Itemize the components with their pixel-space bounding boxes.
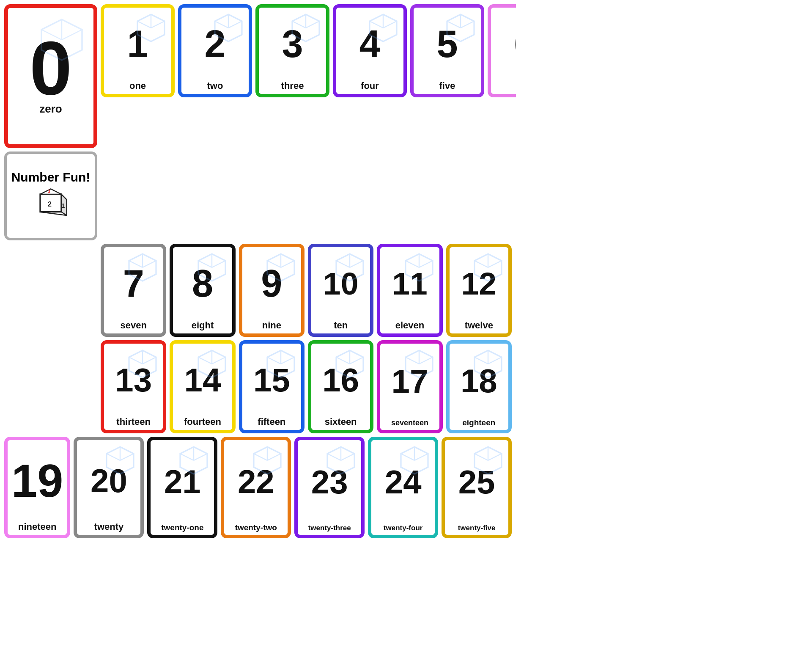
left-column: 0 zero Number Fun! 3 2 (4, 4, 97, 240)
svg-line-22 (292, 21, 306, 28)
svg-line-77 (419, 357, 433, 364)
word-display-24: twenty-four (384, 524, 423, 535)
number-display-6: 6 (514, 8, 516, 80)
card-10: 10 ten (308, 244, 373, 337)
word-display-14: fourteen (184, 416, 221, 430)
cube-watermark-14 (195, 347, 229, 381)
card-8: 8 eight (170, 244, 235, 337)
svg-text:3: 3 (48, 188, 51, 193)
card-14: 14 fourteen (170, 340, 235, 433)
word-display-1: one (129, 80, 146, 94)
svg-line-57 (488, 261, 502, 267)
svg-line-78 (406, 357, 419, 364)
svg-line-25 (383, 21, 397, 28)
card-24: 24 twenty-four (368, 437, 438, 538)
svg-line-65 (212, 357, 225, 364)
row-3: 13 thirteen 14 fourteen 15 fifteen 16 si… (4, 340, 512, 433)
word-display-3: three (281, 80, 304, 94)
svg-marker-5 (40, 189, 61, 194)
word-display-11: eleven (395, 320, 425, 333)
row-4: 19 nineteen 20 twenty 21 twenty-one 22 t… (4, 437, 512, 538)
word-display-22: twenty-two (235, 523, 277, 535)
svg-line-13 (151, 21, 165, 28)
svg-line-29 (461, 21, 474, 28)
svg-line-90 (180, 454, 194, 460)
card-22: 22 twenty-two (221, 437, 291, 538)
svg-line-37 (143, 261, 156, 267)
svg-line-74 (336, 357, 350, 364)
cube-watermark-16 (333, 347, 367, 381)
cube-watermark-21 (177, 443, 211, 477)
number-fun-title: Number Fun! (11, 170, 91, 184)
cube-watermark-11 (402, 251, 436, 284)
word-display-25: twenty-five (458, 524, 496, 535)
word-display-12: twelve (465, 320, 493, 333)
word-display-7: seven (120, 320, 146, 333)
svg-text:1: 1 (61, 201, 65, 209)
cube-watermark-1 (134, 11, 168, 45)
svg-line-3 (41, 30, 62, 40)
cube-watermark-3 (289, 11, 323, 45)
card-1: 1 one (101, 4, 175, 97)
card-4: 4 four (333, 4, 407, 97)
word-display-17: seventeen (391, 419, 428, 430)
word-display-5: five (439, 80, 455, 94)
word-display-13: thirteen (116, 416, 151, 430)
cube-watermark-12 (471, 251, 505, 284)
svg-line-62 (129, 357, 143, 364)
svg-line-69 (281, 357, 294, 364)
svg-line-49 (350, 261, 363, 267)
number-fun-card: Number Fun! 3 2 1 (4, 151, 97, 240)
svg-line-93 (267, 454, 281, 460)
svg-line-46 (267, 261, 281, 267)
svg-line-85 (120, 454, 134, 460)
word-display-18: eighteen (462, 418, 495, 430)
svg-line-97 (341, 454, 354, 460)
svg-line-18 (215, 21, 228, 28)
cube-watermark-0 (36, 14, 87, 65)
svg-line-21 (306, 21, 319, 28)
card-12: 12 twelve (446, 244, 512, 337)
card-2: 2 two (178, 4, 252, 97)
main-grid: 0 zero Number Fun! 3 2 (4, 4, 512, 538)
cube-watermark-24 (398, 443, 431, 477)
card-21: 21 twenty-one (147, 437, 217, 538)
svg-line-45 (281, 261, 294, 267)
word-display-0: zero (39, 102, 62, 119)
card-18: 18 eighteen (446, 340, 512, 433)
svg-line-50 (336, 261, 350, 267)
word-display-21: twenty-one (161, 523, 203, 535)
svg-line-30 (447, 21, 461, 28)
card-16: 16 sixteen (308, 340, 373, 433)
card-6: 6 six (488, 4, 516, 97)
number-display-19: 19 (11, 440, 63, 521)
svg-line-66 (198, 357, 212, 364)
card-0: 0 zero (4, 4, 97, 148)
card-13: 13 thirteen (101, 340, 166, 433)
fun-cube-icon: 3 2 1 (30, 186, 72, 224)
svg-line-105 (488, 454, 502, 460)
cube-watermark-20 (103, 443, 137, 477)
word-display-9: nine (262, 320, 281, 333)
card-23: 23 twenty-three (294, 437, 365, 538)
card-25: 25 twenty-five (442, 437, 512, 538)
word-display-4: four (361, 80, 379, 94)
card-20: 20 twenty (74, 437, 144, 538)
word-display-19: nineteen (18, 521, 56, 535)
cube-watermark-10 (333, 251, 367, 284)
word-display-8: eight (192, 320, 214, 333)
row-2: 7 seven 8 eight 9 nine 10 ten 11 eleven (4, 244, 512, 337)
cube-watermark-2 (211, 11, 245, 45)
svg-line-89 (194, 454, 207, 460)
svg-line-101 (414, 454, 428, 460)
svg-line-94 (254, 454, 267, 460)
card-9: 9 nine (239, 244, 304, 337)
word-display-20: twenty (94, 521, 124, 535)
cube-watermark-4 (366, 11, 400, 45)
cube-watermark-8 (195, 251, 229, 284)
card-3: 3 three (255, 4, 329, 97)
svg-line-86 (107, 454, 120, 460)
svg-line-58 (475, 261, 488, 267)
svg-line-82 (475, 357, 488, 364)
card-11: 11 eleven (377, 244, 442, 337)
